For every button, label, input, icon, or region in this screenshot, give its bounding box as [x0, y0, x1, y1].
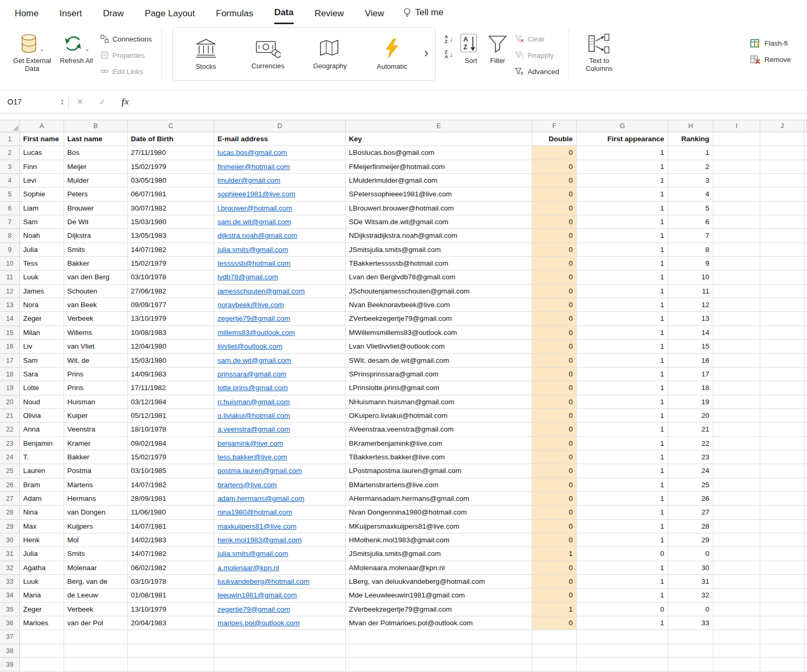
- cell-I9[interactable]: [713, 243, 760, 257]
- cell-F10[interactable]: 0: [532, 257, 577, 270]
- cell-G11[interactable]: 1: [577, 270, 668, 284]
- row-header-27[interactable]: 27: [0, 492, 20, 506]
- cell-J29[interactable]: [760, 520, 804, 533]
- sort-za-button[interactable]: ZA ↓: [445, 50, 453, 59]
- cell-E24[interactable]: TBakkertess.bakker@live.com: [346, 450, 532, 464]
- cell-H17[interactable]: 16: [668, 354, 713, 368]
- menu-tab-page-layout[interactable]: Page Layout: [134, 0, 205, 25]
- cell-B31[interactable]: Smits: [64, 547, 128, 561]
- cell-A37[interactable]: [20, 630, 64, 644]
- cell-G32[interactable]: 1: [577, 561, 668, 575]
- cell-D34[interactable]: leeuwin1981@gmail.com: [214, 589, 346, 602]
- cell-G34[interactable]: 1: [577, 589, 668, 602]
- cell-J28[interactable]: [760, 506, 804, 519]
- cell-C18[interactable]: 14/09/1983: [128, 368, 214, 381]
- cell-J23[interactable]: [760, 437, 804, 450]
- email-link[interactable]: a.molenaar@kpn.nl: [218, 564, 279, 572]
- row-header-24[interactable]: 24: [0, 450, 20, 464]
- cell-B20[interactable]: Huisman: [64, 395, 128, 409]
- cell-A38[interactable]: [20, 644, 64, 658]
- email-link[interactable]: brartens@live.com: [218, 481, 277, 489]
- cell-I23[interactable]: [713, 437, 760, 450]
- cell-D11[interactable]: lvdb78@gmail.com: [214, 270, 346, 284]
- cell-B5[interactable]: Peters: [64, 187, 128, 201]
- row-header-11[interactable]: 11: [0, 270, 20, 284]
- cell-A11[interactable]: Luuk: [20, 270, 64, 284]
- cell-H29[interactable]: 28: [668, 520, 713, 533]
- cell-C36[interactable]: 20/04/1983: [128, 616, 214, 630]
- cell-E8[interactable]: NDijkstradijkstra.noah@gmail.com: [346, 229, 532, 243]
- row-header-39[interactable]: 39: [0, 658, 20, 671]
- cell-C4[interactable]: 03/05/1980: [128, 174, 214, 187]
- cell-E38[interactable]: [346, 644, 532, 658]
- email-link[interactable]: zegertje79@gmail.com: [218, 605, 290, 613]
- cell-E20[interactable]: NHuismann.huisman@gmail.com: [346, 395, 532, 409]
- column-header-C[interactable]: C: [128, 120, 214, 132]
- cell-D26[interactable]: brartens@live.com: [214, 478, 346, 492]
- cell-B29[interactable]: Kuijpers: [64, 520, 128, 533]
- cell-G13[interactable]: 1: [577, 298, 668, 312]
- row-header-33[interactable]: 33: [0, 575, 20, 589]
- cell-H38[interactable]: [668, 644, 713, 658]
- cell-H35[interactable]: 0: [668, 603, 713, 616]
- cell-H10[interactable]: 9: [668, 257, 713, 270]
- cell-E12[interactable]: JSchoutenjamesschouten@gmail.com: [346, 285, 532, 298]
- sort-button[interactable]: A Z Sort: [460, 25, 481, 65]
- properties-button[interactable]: Properties: [98, 49, 154, 61]
- cell-I18[interactable]: [713, 368, 760, 381]
- cell-H9[interactable]: 8: [668, 243, 713, 257]
- cell-E39[interactable]: [346, 658, 532, 671]
- row-header-35[interactable]: 35: [0, 603, 20, 616]
- cell-H31[interactable]: 0: [668, 547, 713, 561]
- row-header-30[interactable]: 30: [0, 533, 20, 547]
- cell-H24[interactable]: 23: [668, 450, 713, 464]
- cell-H33[interactable]: 31: [668, 575, 713, 589]
- cell-I37[interactable]: [713, 630, 760, 644]
- cell-F1[interactable]: Double: [532, 132, 577, 146]
- cell-J21[interactable]: [760, 409, 804, 423]
- cell-H13[interactable]: 12: [668, 298, 713, 312]
- cell-H20[interactable]: 19: [668, 395, 713, 409]
- cell-F37[interactable]: [532, 630, 577, 644]
- cell-E4[interactable]: LMulderlmulder@gmail.com: [346, 174, 532, 187]
- cell-H32[interactable]: 30: [668, 561, 713, 575]
- cell-I5[interactable]: [713, 187, 760, 201]
- cell-J16[interactable]: [760, 340, 804, 353]
- row-header-31[interactable]: 31: [0, 547, 20, 561]
- email-link[interactable]: lotte.prins@gmail.com: [218, 384, 288, 392]
- cell-G31[interactable]: 0: [577, 547, 668, 561]
- select-all-corner[interactable]: [0, 120, 20, 132]
- cell-H2[interactable]: 1: [668, 146, 713, 160]
- cell-B16[interactable]: van Vliet: [64, 340, 128, 353]
- cell-E36[interactable]: Mvan der Polmarloes.pol@outlook.com: [346, 616, 532, 630]
- cell-F17[interactable]: 0: [532, 354, 577, 368]
- cell-D23[interactable]: benjamink@live.com: [214, 437, 346, 450]
- cell-H3[interactable]: 2: [668, 160, 713, 174]
- cell-D24[interactable]: tess.bakker@live.com: [214, 450, 346, 464]
- cell-J30[interactable]: [760, 533, 804, 547]
- cell-F11[interactable]: 0: [532, 270, 577, 284]
- row-header-5[interactable]: 5: [0, 187, 20, 201]
- cell-J14[interactable]: [760, 312, 804, 326]
- cell-C11[interactable]: 03/10/1978: [128, 270, 214, 284]
- cell-I11[interactable]: [713, 270, 760, 284]
- cell-F19[interactable]: 0: [532, 381, 577, 395]
- cell-B6[interactable]: Brouwer: [64, 202, 128, 215]
- cell-E9[interactable]: JSmitsjulia.smits@gmail.com: [346, 243, 532, 257]
- email-link[interactable]: jamesschouten@gmail.com: [218, 287, 305, 295]
- cell-F31[interactable]: 1: [532, 547, 577, 561]
- cell-B9[interactable]: Smits: [64, 243, 128, 257]
- cell-J10[interactable]: [760, 257, 804, 270]
- cell-E22[interactable]: AVeenstraa.veenstra@gmail.com: [346, 423, 532, 436]
- row-header-21[interactable]: 21: [0, 409, 20, 423]
- cell-C21[interactable]: 05/12/1981: [128, 409, 214, 423]
- cell-G25[interactable]: 1: [577, 464, 668, 478]
- cell-H5[interactable]: 4: [668, 187, 713, 201]
- row-header-10[interactable]: 10: [0, 257, 20, 270]
- email-link[interactable]: dijkstra.noah@gmail.com: [218, 232, 297, 239]
- tell-me-tab[interactable]: Tell me: [395, 7, 452, 18]
- cell-E5[interactable]: SPeterssophieee1981@live.com: [346, 187, 532, 201]
- cell-B11[interactable]: van den Berg: [64, 270, 128, 284]
- cell-B18[interactable]: Prins: [64, 368, 128, 381]
- cell-H8[interactable]: 7: [668, 229, 713, 243]
